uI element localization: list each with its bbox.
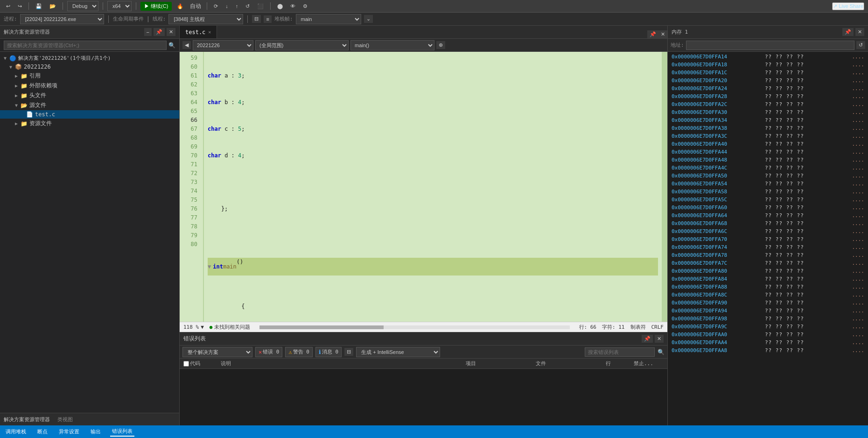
testc-item[interactable]: 📄 test.c [0, 110, 179, 119]
tab-testc[interactable]: test.c ✕ [180, 26, 217, 38]
sidebar-search-input[interactable] [4, 41, 167, 50]
error-search-icon[interactable]: 🔍 [658, 349, 665, 355]
sidebar-collapse-button[interactable]: − [144, 28, 152, 36]
bottom-exceptions[interactable]: 异常设置 [57, 427, 81, 436]
tab-mode: 制表符 [630, 324, 646, 331]
undo-button[interactable]: ↩ [4, 2, 13, 10]
sidebar-footer-classview[interactable]: 类视图 [57, 416, 73, 423]
nav-back-button[interactable]: ◀ [182, 41, 191, 49]
sidebar-search-bar: 🔍 [0, 39, 179, 52]
stack-dropdown[interactable]: main [296, 14, 361, 24]
toolbar-sep-7 [108, 15, 109, 23]
bottom-breakpoints[interactable]: 断点 [35, 427, 49, 436]
mem-addr-cell: 0x0000006E7D0FFA24 [672, 85, 765, 92]
bottom-errorlist[interactable]: 错误列表 [110, 427, 134, 437]
sidebar-footer-explorer[interactable]: 解决方案资源管理器 [4, 416, 50, 423]
memory-row: 0x0000006E7D0FFA7C?? ?? ?? ??.... [668, 259, 868, 267]
sidebar-close-button[interactable]: ✕ [167, 28, 175, 36]
toolbar-right: ↗ Live Share [832, 2, 864, 10]
mem-addr-cell: 0x0000006E7D0FFA30 [672, 109, 765, 115]
project-nav-dropdown[interactable]: 20221226 [193, 40, 253, 50]
live-share-button[interactable]: ↗ Live Share [832, 2, 864, 10]
memory-row: 0x0000006E7D0FFA4C?? ?? ?? ??.... [668, 164, 868, 172]
search-icon[interactable]: 🔍 [168, 42, 175, 49]
step-out-button[interactable]: ↑ [233, 2, 241, 10]
stop-button[interactable]: ⬛ [255, 2, 266, 10]
error-panel: 错误列表 📌 ✕ 整个解决方案 ✕ 错误 0 ⚠ 警告 0 [180, 332, 667, 425]
resources-icon: 📁 [21, 120, 28, 127]
editor-scrollbar[interactable] [662, 52, 667, 322]
watch-button[interactable]: 👁 [288, 2, 298, 10]
arch-dropdown[interactable]: x64 [107, 1, 132, 11]
debug-dropdown[interactable]: Debug [67, 1, 98, 11]
mem-bytes-cell: ?? ?? ?? ?? [765, 173, 848, 179]
error-filter-button[interactable]: ⊟ [344, 348, 353, 356]
memory-content[interactable]: 0x0000006E7D0FFA14?? ?? ?? ??....0x00000… [668, 52, 868, 425]
toolbar-sep-4 [136, 2, 136, 10]
fire-button[interactable]: 🔥 [175, 2, 186, 10]
external-deps-item[interactable]: ▶ 📁 外部依赖项 [0, 81, 179, 91]
bottom-callstack[interactable]: 调用堆栈 [4, 427, 28, 436]
function-nav-dropdown[interactable]: main() [350, 40, 434, 50]
mem-ascii-cell: .... [852, 101, 865, 107]
thread-dropdown[interactable]: [3848] 主线程 [168, 14, 243, 24]
editor-scrollbar-h[interactable] [259, 325, 569, 329]
breakpoint-button[interactable]: ⬤ [275, 2, 285, 10]
sidebar-pin-button[interactable]: 📌 [154, 28, 165, 36]
memory-pin-button[interactable]: 📌 [842, 28, 854, 36]
line-ending-item: CRLF [651, 324, 664, 330]
resources-label: 资源文件 [29, 120, 52, 127]
code-content[interactable]: char a : 3; char b : 4; char c : 5; char… [204, 52, 662, 322]
tab-testc-close[interactable]: ✕ [208, 29, 211, 35]
sidebar-header: 解决方案资源管理器 − 📌 ✕ [0, 26, 179, 39]
restart-button[interactable]: ↺ [243, 2, 252, 10]
error-panel-pin[interactable]: 📌 [642, 335, 653, 343]
code-line-66: ▼int main() [208, 258, 658, 276]
bottom-output[interactable]: 输出 [89, 427, 103, 436]
error-count-badge[interactable]: ✕ 错误 0 [255, 347, 282, 357]
zoom-dropdown-icon[interactable]: ▼ [201, 324, 204, 330]
mem-bytes-cell: ?? ?? ?? ?? [765, 284, 848, 290]
editor-close-button[interactable]: ✕ [658, 30, 667, 38]
memory-header: 内存 1 📌 ✕ [668, 26, 868, 39]
scope-nav-dropdown[interactable]: (全局范围) [255, 40, 349, 50]
continue-button[interactable]: ▶ 继续(C) [140, 2, 172, 11]
solution-item[interactable]: ▼ 🔵 解决方案'20221226'(1个项目/共1个) [0, 54, 179, 63]
mem-bytes-cell: ?? ?? ?? ?? [765, 101, 848, 107]
filter-button[interactable]: ⊟ [252, 15, 261, 23]
mem-addr-cell: 0x0000006E7D0FFA1C [672, 70, 765, 76]
process-dropdown[interactable]: [22024] 20221226.exe [20, 14, 104, 24]
references-item[interactable]: ▶ 📁 引用 [0, 71, 179, 81]
stack-nav-button[interactable]: ⌄ [364, 15, 373, 23]
info-count-badge[interactable]: ℹ 消息 0 [315, 347, 342, 357]
step-into-button[interactable]: ↓ [223, 2, 231, 10]
redo-button[interactable]: ↪ [15, 2, 24, 10]
memory-close-button[interactable]: ✕ [855, 28, 864, 36]
memory-row: 0x0000006E7D0FFA24?? ?? ?? ??.... [668, 85, 868, 92]
settings-button[interactable]: ⚙ [301, 2, 310, 10]
editor-pin-button[interactable]: 📌 [647, 30, 658, 38]
error-select-all[interactable] [183, 361, 189, 367]
error-scope-dropdown[interactable]: 整个解决方案 [182, 347, 252, 357]
save-button[interactable]: 💾 [33, 2, 44, 10]
mem-ascii-cell: .... [852, 189, 865, 195]
group-button[interactable]: ≡ [264, 15, 271, 23]
error-search-input[interactable] [585, 347, 655, 357]
error-panel-close[interactable]: ✕ [655, 335, 664, 343]
memory-refresh-button[interactable]: ↺ [856, 41, 865, 49]
project-item[interactable]: ▼ 📦 20221226 [0, 63, 179, 71]
open-button[interactable]: 📂 [47, 2, 58, 10]
warning-count-badge[interactable]: ⚠ 警告 0 [285, 347, 312, 357]
memory-address-input[interactable]: 0x0000006E7D0FFA14 [686, 41, 854, 50]
step-over-button[interactable]: ⟳ [211, 2, 220, 10]
resources-item[interactable]: ▶ 📁 资源文件 [0, 119, 179, 128]
build-dropdown[interactable]: 生成 + IntelliSense [356, 347, 440, 357]
headers-item[interactable]: ▶ 📁 头文件 [0, 91, 179, 100]
continue-label: 继续(C) [151, 3, 168, 9]
sources-item[interactable]: ▼ 📂 源文件 [0, 100, 179, 110]
memory-row: 0x0000006E7D0FFA60?? ?? ?? ??.... [668, 204, 868, 212]
kw-char-61: char [208, 125, 221, 134]
nav-add-button[interactable]: ⊕ [436, 41, 445, 49]
mem-bytes-cell: ?? ?? ?? ?? [765, 157, 848, 163]
editor-status: 118 % ▼ ● 未找到相关问题 行: 66 字符: 11 制表符 CRLF [180, 322, 667, 332]
